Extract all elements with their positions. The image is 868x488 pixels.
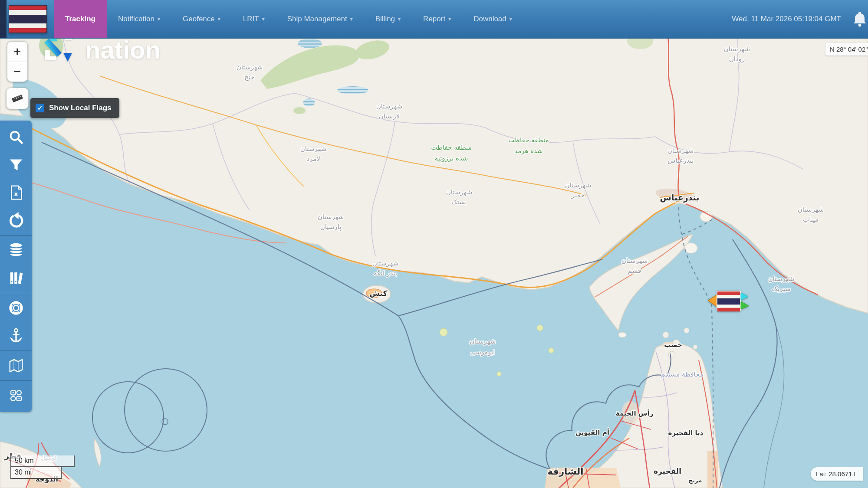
topbar-left-edge	[0, 0, 7, 38]
map-label: مربح	[689, 477, 702, 484]
map-label: سیریک	[772, 285, 791, 293]
map-label: کیش	[370, 289, 388, 298]
chevron-down-icon: ▾	[262, 16, 265, 22]
nation-logo-name: nation	[85, 39, 161, 61]
sidebar-item-anchor[interactable]	[0, 322, 32, 350]
flags-checkbox[interactable]: ✓	[36, 104, 44, 112]
map-label: شهرستان	[470, 337, 496, 345]
sidebar-item-map[interactable]	[0, 352, 32, 380]
sidebar-item-modules[interactable]	[0, 382, 32, 409]
chevron-down-icon: ▾	[398, 16, 401, 22]
map-icon	[8, 358, 24, 373]
lifebuoy-icon	[8, 300, 24, 316]
chevron-down-icon: ▾	[350, 16, 353, 22]
measure-tool-button[interactable]	[6, 88, 29, 109]
zoom-in-button[interactable]: +	[7, 42, 27, 62]
search-icon	[8, 129, 24, 145]
zoom-control: + −	[7, 41, 28, 82]
undo-icon	[8, 212, 24, 229]
map-label: شده برزوئیه	[435, 154, 468, 162]
scale-km: 50 km	[10, 455, 75, 467]
nav-notification[interactable]: Notification▾	[107, 0, 171, 38]
sidebar-item-undo[interactable]	[0, 206, 32, 234]
map-label: محافظة مسندم	[661, 370, 704, 378]
datetime-display: Wed, 11 Mar 2026 05:19:04 GMT	[732, 15, 841, 23]
map-label: شهرستان	[621, 257, 648, 265]
sidebar-item-archive[interactable]	[0, 264, 32, 292]
sidebar-divider	[0, 235, 32, 236]
notifications-bell-icon[interactable]	[852, 10, 867, 28]
chevron-down-icon: ▾	[218, 16, 220, 22]
chevron-down-icon: ▾	[448, 16, 451, 22]
nav-label: Ship Management	[287, 15, 347, 23]
map-label: شهرستان	[798, 206, 824, 213]
nav-billing[interactable]: Billing▾	[364, 0, 412, 38]
nav-label: Notification	[118, 15, 155, 23]
flags-label: Show Local Flags	[49, 104, 112, 112]
latlng-readout: Lat: 28.0671 L	[811, 467, 863, 481]
map-label: شهرستان	[300, 145, 326, 153]
vessel-marker-thai-flag[interactable]	[707, 287, 750, 314]
nav-geofence[interactable]: Geofence▾	[171, 0, 232, 38]
map-label: بستک	[451, 198, 467, 206]
modules-icon	[9, 388, 23, 403]
map-label: خمیر	[571, 191, 585, 199]
map-label: خنج	[244, 73, 254, 81]
map-label: رأس الخيمة	[616, 409, 654, 417]
nav-label: Geofence	[183, 15, 215, 23]
map-label: شهرستان	[237, 63, 263, 71]
nav-tracking[interactable]: Tracking	[54, 0, 107, 38]
map-label: دبا الفجيرة	[668, 429, 704, 437]
nav-download[interactable]: Download▾	[462, 0, 523, 38]
map-label: ابوموسی	[470, 348, 495, 356]
sidebar-item-database[interactable]	[0, 236, 32, 264]
thai-flag-logo[interactable]	[9, 5, 47, 33]
map-label: شده هرمد	[514, 147, 542, 155]
nav-label: Download	[473, 15, 506, 23]
map-label: پارسیان	[320, 223, 342, 231]
top-navigation-bar: TrackingNotification▾Geofence▾LRIT▾Ship …	[0, 0, 868, 39]
map-label: منطقه حفاظت	[431, 144, 471, 151]
map-label: بندرعباس	[667, 157, 694, 164]
nav-lrit[interactable]: LRIT▾	[232, 0, 276, 38]
map-label: شهرستان	[372, 259, 398, 267]
anchor-icon	[8, 328, 24, 344]
sidebar-item-excel-export[interactable]: x	[0, 179, 32, 206]
zoom-out-button[interactable]: −	[7, 62, 27, 82]
sidebar-divider	[0, 380, 32, 381]
sidebar-divider	[0, 350, 32, 351]
map-label: شهرستان	[724, 45, 750, 53]
svg-text:x: x	[14, 190, 18, 197]
map-label: لارستان	[379, 112, 400, 120]
map-label: أم القيوين	[575, 428, 609, 436]
sidebar-item-filter[interactable]	[0, 151, 32, 179]
sidebar-item-lifebuoy[interactable]	[0, 294, 32, 322]
show-local-flags-toggle[interactable]: ✓ Show Local Flags	[30, 98, 119, 118]
map-label: شهرستان	[565, 181, 591, 189]
nav-label: Tracking	[65, 15, 95, 23]
nav-report[interactable]: Report▾	[412, 0, 462, 38]
nav-label: LRIT	[243, 15, 259, 23]
archive-books-icon	[8, 270, 24, 286]
sidebar-divider	[0, 293, 32, 293]
map-canvas[interactable]: شهرستانخنجشهرستانلارستانشهرستانلامردشهرس…	[0, 0, 868, 488]
map-scale-control: 50 km 30 mi	[10, 455, 75, 479]
map-label: شهرستان	[446, 188, 472, 196]
chevron-down-icon: ▾	[510, 16, 512, 22]
vessel-heading-arrow-west	[708, 295, 717, 307]
map-label: الشارقة	[548, 466, 584, 477]
map-label: شهرستان	[318, 213, 344, 221]
map-label: منطقه حفاظت	[508, 136, 549, 144]
map-label: شهرستان	[768, 275, 794, 283]
map-label: شهرستان	[376, 102, 402, 110]
nav-label: Billing	[375, 15, 395, 23]
sidebar-item-search[interactable]	[0, 123, 32, 151]
map-toolbar-sidebar: x	[0, 121, 32, 412]
nav-ship-management[interactable]: Ship Management▾	[276, 0, 364, 38]
mouse-position-readout: N 28° 04' 02" E	[825, 43, 868, 56]
chevron-down-icon: ▾	[158, 16, 160, 22]
nav-label: Report	[423, 15, 445, 23]
vessel-arrow-green	[741, 301, 749, 309]
map-label: بندرعباس	[660, 193, 700, 203]
filter-icon	[8, 157, 24, 173]
